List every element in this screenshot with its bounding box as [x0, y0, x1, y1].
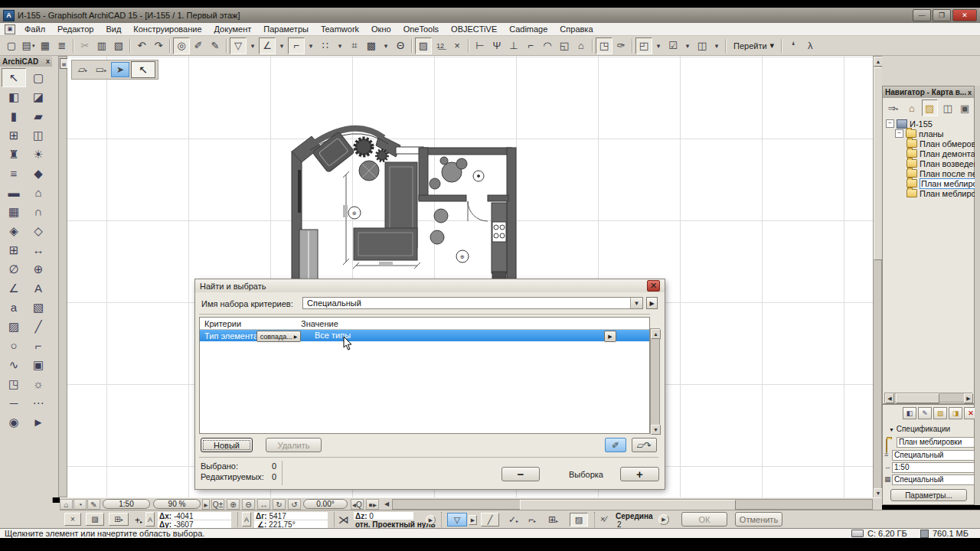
criteria-set-combobox[interactable]: Специальный ▼	[302, 297, 643, 309]
publisher-icon[interactable]: ▣	[957, 99, 972, 116]
split-icon[interactable]: Ψ	[488, 37, 505, 54]
gravity-plane-icon[interactable]: ▽	[447, 513, 467, 527]
elevate-icon[interactable]: ⌂	[573, 37, 590, 54]
dashed-marquee-icon[interactable]: ▭▸	[93, 63, 109, 77]
dimension-12-icon[interactable]: 1̲2̲	[432, 37, 449, 54]
snap-line-icon[interactable]: ⌐▸	[528, 514, 536, 525]
collapse-icon[interactable]: −	[895, 129, 903, 138]
menu-view[interactable]: Вид	[100, 24, 127, 34]
clone-folder-icon[interactable]: ◨	[949, 407, 962, 419]
canvas-vscrollbar[interactable]: ▲ ▼	[873, 56, 882, 497]
tool-level-dimension[interactable]: ⊕	[26, 259, 51, 279]
talk-bubble-icon[interactable]: ❛	[785, 37, 802, 54]
tool-mesh[interactable]: ▦	[2, 202, 26, 221]
tool-zone[interactable]: ◈	[2, 221, 26, 240]
refresh-icon[interactable]: ↻	[273, 499, 286, 510]
scroll-left-icon[interactable]: ◀	[885, 393, 894, 403]
tool-zone-stamp[interactable]: ▧	[26, 298, 51, 317]
pen-icon[interactable]: ✑	[612, 37, 629, 54]
canvas-hscrollbar[interactable]	[392, 499, 873, 510]
ra-lock-icon[interactable]: A	[242, 512, 251, 527]
tool-shell[interactable]: ◪	[26, 87, 51, 106]
dialog-title-bar[interactable]: Найти и выбрать ✕	[195, 279, 665, 292]
previous-zoom-icon[interactable]: ◂Q	[351, 499, 364, 510]
toolbox-close-icon[interactable]: x	[46, 57, 50, 65]
tree-item-folder[interactable]: −планы	[886, 129, 972, 139]
magic-wand-icon[interactable]: ▨	[415, 37, 432, 54]
restore-button[interactable]: ❐	[933, 9, 951, 21]
dialog-close-icon[interactable]: ✕	[647, 280, 660, 292]
layers-icon[interactable]: ▩	[363, 37, 380, 54]
window-layout-icon[interactable]: ◫	[694, 37, 710, 54]
menu-design[interactable]: Конструирование	[127, 24, 207, 34]
tree-item-view[interactable]: План возведен	[886, 158, 972, 168]
hscroll-thumb[interactable]	[896, 393, 939, 403]
scale-button[interactable]: 1:50	[103, 499, 150, 509]
xy-lock-icon[interactable]: A	[145, 512, 155, 527]
tool-label[interactable]: a	[2, 298, 26, 317]
pick-up-criteria-icon[interactable]: ✐	[605, 438, 626, 452]
plus-origin-icon[interactable]: +▸	[135, 515, 142, 526]
view-map-icon[interactable]: ▨	[922, 99, 938, 116]
toolbox-header[interactable]: ArchiCAD x	[0, 56, 52, 67]
tool-drawing[interactable]: ◳	[2, 374, 26, 393]
dialog-vscrollbar[interactable]: ▲ ▼	[650, 328, 660, 434]
snap-hatch-icon[interactable]: ▨	[570, 513, 588, 527]
tool-linear-dimension[interactable]: ↔	[26, 240, 51, 259]
zoom-fit-icon[interactable]: Q±	[211, 499, 224, 510]
reference-flyout-icon[interactable]: ▶	[426, 515, 436, 525]
tool-morph[interactable]: ◆	[26, 164, 51, 183]
dz-value[interactable]: Δz: 0	[355, 512, 374, 520]
cancel-button[interactable]: Отменить	[735, 512, 782, 527]
criteria-row[interactable]: Тип элемента совпада...▶ Все типы ▶	[200, 330, 649, 341]
navigator-title-bar[interactable]: Навигатор - Карта в... x	[883, 86, 974, 98]
menu-file[interactable]: Файл	[18, 24, 51, 34]
gravity-flyout-icon[interactable]: ▶	[469, 515, 477, 525]
snap-mode-label[interactable]: Середина	[616, 512, 653, 520]
copy-icon[interactable]: ▥	[93, 37, 110, 54]
scale-field[interactable]: 1:50	[892, 462, 975, 473]
goto-button[interactable]: Перейти▾	[729, 39, 779, 52]
lock-icon[interactable]: Θ	[392, 37, 409, 54]
delete-criteria-button[interactable]: Удалить	[266, 438, 322, 452]
scroll-down-icon[interactable]: ▼	[651, 425, 661, 435]
tool-skylight[interactable]: ◇	[26, 221, 51, 240]
navigator-hscrollbar[interactable]: ◀ ▶	[884, 393, 972, 403]
pickup-parameters-icon[interactable]: ✐	[190, 37, 207, 54]
snap-angle-icon[interactable]: ∠	[259, 37, 276, 54]
specs-section-header[interactable]: ▼ Спецификации	[889, 425, 950, 433]
guide-lines-icon[interactable]: ⌗	[346, 37, 363, 54]
cut-icon[interactable]: ✂	[77, 37, 93, 54]
criteria-set-flyout-button[interactable]: ▶	[646, 297, 658, 309]
tool-figure[interactable]: ▣	[26, 355, 51, 374]
copy-selection-criteria-icon[interactable]: ▱↷	[632, 438, 657, 452]
tool-column[interactable]: ▮	[2, 106, 26, 126]
tool-wall[interactable]: ◧	[2, 87, 26, 106]
fillet-icon[interactable]: ◠	[539, 37, 556, 54]
intersect-icon[interactable]: ⌐	[522, 37, 539, 54]
tool-detail[interactable]: ◉	[2, 412, 26, 432]
tool-camera[interactable]: ►	[26, 412, 51, 432]
arrow-tool-button[interactable]: ↖	[131, 61, 155, 78]
tool-grid[interactable]: ⊞	[2, 240, 26, 259]
marquee-select-icon[interactable]: ▱▸	[74, 63, 91, 77]
info-box-strip[interactable]: ▤	[58, 56, 67, 497]
layers-dropdown-icon[interactable]: ▾	[380, 37, 392, 54]
tree-item-view[interactable]: План обмеров	[886, 139, 972, 148]
new-view-icon[interactable]: ◧	[903, 407, 916, 419]
select-button[interactable]: +	[620, 467, 659, 481]
cursor-snap-dropdown-icon[interactable]: ▾	[305, 37, 317, 54]
tool-beam[interactable]: ▰	[26, 106, 51, 126]
save-view-icon[interactable]: ✎	[918, 407, 932, 419]
menu-window[interactable]: Окно	[365, 24, 397, 34]
layer-combination-field[interactable]: Специальный	[892, 450, 975, 461]
scroll-right-icon[interactable]: ▶	[964, 393, 973, 403]
scroll-left-icon[interactable]: ◀	[384, 500, 389, 507]
zoom-out-icon[interactable]: ⊖	[242, 499, 255, 510]
next-zoom-icon[interactable]: ●▸	[366, 499, 379, 510]
inject-parameters-icon[interactable]: ✎	[207, 37, 224, 54]
tool-window[interactable]: ⊞	[2, 126, 26, 145]
menu-edit[interactable]: Редактор	[51, 24, 100, 34]
pen-set-icon[interactable]: ✎	[87, 499, 100, 510]
tool-select[interactable]: ↖	[2, 68, 26, 87]
